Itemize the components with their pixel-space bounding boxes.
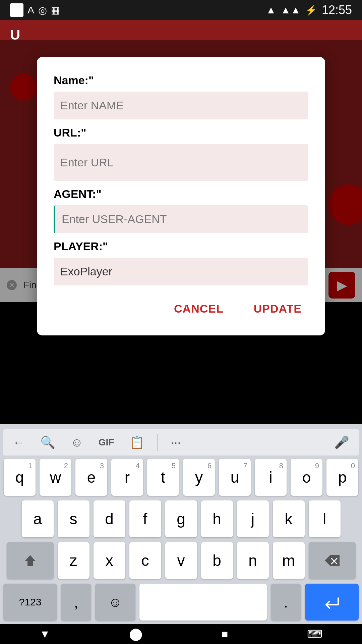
agent-label: AGENT:" bbox=[54, 187, 308, 201]
update-button[interactable]: UPDATE bbox=[247, 299, 308, 319]
key-k[interactable]: k bbox=[273, 500, 305, 537]
status-bar-right: ▲ ▲▲ ⚡ 12:55 bbox=[266, 3, 352, 17]
keyboard-row-3: z x c v b n m bbox=[3, 542, 359, 579]
app-background: U ✕ Find your dream job at hosco! ▶ Name… bbox=[0, 20, 362, 302]
keyboard-toolbar-divider bbox=[157, 434, 158, 451]
key-m[interactable]: m bbox=[273, 542, 305, 579]
key-t[interactable]: 5t bbox=[147, 459, 179, 496]
emoji-key[interactable]: ☺ bbox=[95, 584, 135, 621]
key-s[interactable]: s bbox=[58, 500, 89, 537]
nav-back-button[interactable]: ▼ bbox=[40, 628, 50, 640]
keyboard-search-button[interactable]: 🔍 bbox=[38, 434, 58, 451]
signal-icon: ▲▲ bbox=[281, 4, 301, 16]
status-bar-left: A ◎ ▦ bbox=[10, 3, 60, 17]
player-label: PLAYER:" bbox=[54, 240, 308, 253]
nav-home-button[interactable]: ⬤ bbox=[129, 627, 142, 641]
edit-dialog: Name:" URL:" AGENT:" PLAYER:" CANCEL UPD… bbox=[37, 57, 325, 335]
nav-keyboard-button[interactable]: ⌨ bbox=[307, 628, 322, 640]
name-label: Name:" bbox=[54, 74, 308, 87]
key-x[interactable]: x bbox=[94, 542, 125, 579]
nav-recents-button[interactable]: ■ bbox=[222, 628, 228, 640]
notification-icon-4: ▦ bbox=[51, 5, 60, 16]
agent-input[interactable] bbox=[54, 205, 308, 233]
key-f[interactable]: f bbox=[129, 500, 161, 537]
battery-icon: ⚡ bbox=[305, 5, 317, 16]
notification-icon-3: ◎ bbox=[38, 4, 47, 16]
numeric-key[interactable]: ?123 bbox=[3, 584, 57, 621]
keyboard-mic-button[interactable]: 🎤 bbox=[331, 434, 352, 451]
url-label: URL:" bbox=[54, 126, 308, 139]
comma-key[interactable]: , bbox=[61, 584, 91, 621]
keyboard-gif-button[interactable]: GIF bbox=[96, 436, 117, 449]
keyboard-more-button[interactable]: ··· bbox=[168, 434, 183, 451]
keyboard-clipboard-button[interactable]: 📋 bbox=[127, 434, 147, 451]
keyboard-back-button[interactable]: ← bbox=[10, 434, 27, 451]
notification-icon-1 bbox=[10, 3, 23, 17]
status-bar: A ◎ ▦ ▲ ▲▲ ⚡ 12:55 bbox=[0, 0, 362, 20]
keyboard-row-1: 1q 2w 3e 4r 5t 6y 7u 8i 9o 0p bbox=[3, 459, 359, 496]
key-y[interactable]: 6y bbox=[183, 459, 215, 496]
name-input[interactable] bbox=[54, 92, 308, 119]
player-input[interactable] bbox=[54, 258, 308, 285]
key-u[interactable]: 7u bbox=[219, 459, 251, 496]
wifi-icon: ▲ bbox=[266, 4, 276, 16]
keyboard: ← 🔍 ☺ GIF 📋 ··· 🎤 1q 2w 3e 4r 5t 6y 7u 8… bbox=[0, 424, 362, 624]
key-i[interactable]: 8i bbox=[255, 459, 287, 496]
enter-key[interactable] bbox=[305, 584, 359, 621]
key-l[interactable]: l bbox=[309, 500, 341, 537]
keyboard-row-4: ?123 , ☺ . bbox=[3, 584, 359, 621]
key-n[interactable]: n bbox=[237, 542, 269, 579]
shift-key[interactable] bbox=[7, 542, 54, 579]
navigation-bar: ▼ ⬤ ■ ⌨ bbox=[0, 624, 362, 644]
key-z[interactable]: z bbox=[58, 542, 89, 579]
key-e[interactable]: 3e bbox=[75, 459, 107, 496]
period-key[interactable]: . bbox=[271, 584, 301, 621]
key-q[interactable]: 1q bbox=[4, 459, 36, 496]
key-p[interactable]: 0p bbox=[326, 459, 358, 496]
key-g[interactable]: g bbox=[165, 500, 197, 537]
key-j[interactable]: j bbox=[237, 500, 269, 537]
keyboard-sticker-button[interactable]: ☺ bbox=[68, 434, 86, 451]
keyboard-row-2: a s d f g h j k l bbox=[3, 500, 359, 537]
svg-marker-0 bbox=[25, 555, 36, 566]
key-b[interactable]: b bbox=[201, 542, 233, 579]
space-key[interactable] bbox=[139, 584, 267, 621]
dialog-overlay: Name:" URL:" AGENT:" PLAYER:" CANCEL UPD… bbox=[0, 40, 362, 302]
key-w[interactable]: 2w bbox=[40, 459, 71, 496]
cancel-button[interactable]: CANCEL bbox=[167, 299, 230, 319]
dialog-actions: CANCEL UPDATE bbox=[54, 299, 308, 322]
backspace-key[interactable] bbox=[309, 542, 356, 579]
key-r[interactable]: 4r bbox=[111, 459, 143, 496]
keyboard-toolbar: ← 🔍 ☺ GIF 📋 ··· 🎤 bbox=[3, 429, 359, 455]
clock: 12:55 bbox=[322, 3, 352, 17]
key-a[interactable]: a bbox=[22, 500, 54, 537]
key-v[interactable]: v bbox=[165, 542, 197, 579]
notification-icon-2: A bbox=[27, 4, 34, 16]
key-o[interactable]: 9o bbox=[291, 459, 322, 496]
key-h[interactable]: h bbox=[201, 500, 233, 537]
key-d[interactable]: d bbox=[94, 500, 125, 537]
key-c[interactable]: c bbox=[129, 542, 161, 579]
url-input[interactable] bbox=[54, 144, 308, 181]
